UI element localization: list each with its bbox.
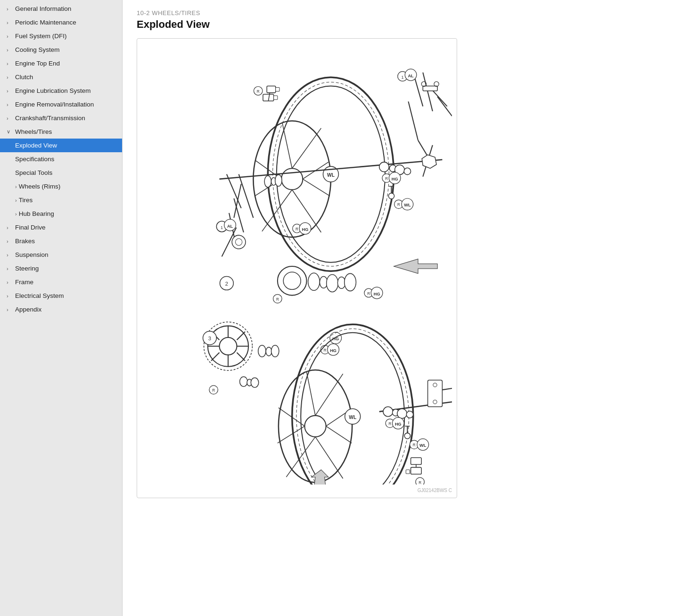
svg-point-24	[404, 168, 410, 174]
svg-text:3: 3	[208, 336, 211, 341]
chevron-right-icon: ›	[15, 211, 17, 217]
svg-point-115	[251, 378, 258, 387]
svg-point-138	[397, 409, 407, 419]
sidebar-item-hub-bearing[interactable]: › Hub Bearing	[0, 207, 122, 221]
chevron-right-icon: ›	[7, 88, 13, 94]
svg-text:AL: AL	[408, 74, 414, 78]
diagram-code: GJ02142BWS C	[142, 488, 452, 493]
chevron-right-icon: ›	[7, 238, 13, 244]
svg-point-104	[271, 345, 279, 357]
sidebar-item-cooling-system[interactable]: › Cooling System	[0, 43, 122, 57]
sidebar-sub-item-label: Exploded View	[15, 142, 57, 149]
svg-rect-154	[406, 470, 410, 474]
sidebar-item-clutch[interactable]: › Clutch	[0, 70, 122, 84]
svg-rect-152	[411, 468, 422, 474]
svg-text:2: 2	[225, 281, 228, 287]
sidebar-item-fuel-system[interactable]: › Fuel System (DFI)	[0, 29, 122, 43]
sidebar-item-label: Final Drive	[15, 224, 46, 231]
sidebar-item-crankshaft[interactable]: › Crankshaft/Transmission	[0, 111, 122, 125]
svg-point-136	[383, 407, 393, 417]
sidebar-item-specifications[interactable]: Specifications	[0, 152, 122, 166]
sidebar-item-wheels-tires[interactable]: ∨ Wheels/Tires	[0, 125, 122, 139]
chevron-right-icon: ›	[7, 307, 13, 312]
svg-rect-51	[276, 88, 279, 91]
svg-point-35	[232, 235, 246, 249]
sidebar-item-tires[interactable]: › Tires	[0, 193, 122, 207]
svg-text:R: R	[212, 388, 215, 393]
svg-text:R: R	[413, 443, 416, 447]
sidebar-item-label: Cooling System	[15, 46, 60, 53]
sidebar-sub-item-label: Hub Bearing	[19, 210, 54, 217]
sidebar-item-final-drive[interactable]: › Final Drive	[0, 221, 122, 234]
sidebar-item-electrical-system[interactable]: › Electrical System	[0, 289, 122, 303]
svg-point-66	[388, 193, 394, 199]
svg-text:1: 1	[402, 75, 404, 80]
section-label: 10-2 WHEELS/TIRES	[137, 9, 667, 16]
sidebar-item-label: Crankshaft/Transmission	[15, 115, 85, 122]
svg-rect-49	[274, 96, 278, 99]
sidebar-item-brakes[interactable]: › Brakes	[0, 234, 122, 248]
page-title: Exploded View	[137, 18, 667, 31]
chevron-right-icon: ›	[7, 47, 13, 53]
svg-text:R: R	[397, 203, 400, 207]
sidebar-item-engine-lubrication[interactable]: › Engine Lubrication System	[0, 84, 122, 98]
sidebar-item-label: Fuel System (DFI)	[15, 33, 67, 40]
chevron-right-icon: ›	[7, 115, 13, 121]
sidebar-item-special-tools[interactable]: Special Tools	[0, 166, 122, 180]
svg-text:WL: WL	[349, 415, 356, 420]
svg-point-139	[406, 411, 413, 418]
sidebar-item-general-information[interactable]: › General Information	[0, 2, 122, 16]
sidebar-item-exploded-view[interactable]: Exploded View	[0, 139, 122, 152]
svg-rect-151	[411, 458, 422, 464]
svg-text:WL: WL	[327, 172, 335, 178]
svg-point-78	[308, 273, 320, 290]
chevron-down-icon: ∨	[7, 129, 13, 135]
sidebar-sub-item-label: Tires	[19, 197, 33, 204]
sidebar-item-engine-top-end[interactable]: › Engine Top End	[0, 57, 122, 70]
chevron-right-icon: ›	[7, 293, 13, 299]
svg-text:AL: AL	[227, 224, 233, 229]
svg-text:R: R	[295, 227, 298, 231]
svg-text:R: R	[324, 348, 327, 353]
svg-text:R: R	[418, 481, 421, 485]
chevron-right-icon: ›	[15, 197, 17, 203]
sidebar-item-appendix[interactable]: › Appendix	[0, 303, 122, 316]
svg-point-47	[275, 175, 282, 187]
svg-point-82	[345, 273, 356, 291]
sidebar-item-label: Steering	[15, 265, 39, 272]
sidebar-item-suspension[interactable]: › Suspension	[0, 248, 122, 262]
svg-text:HG: HG	[330, 348, 336, 353]
sidebar-item-label: Appendix	[15, 306, 41, 313]
svg-text:R: R	[388, 422, 391, 426]
chevron-right-icon: ›	[7, 20, 13, 25]
svg-point-103	[266, 347, 271, 356]
sidebar-sub-item-label: Special Tools	[15, 169, 52, 176]
sidebar-item-label: Engine Removal/Installation	[15, 101, 94, 108]
svg-rect-50	[267, 86, 276, 92]
chevron-right-icon: ›	[7, 74, 13, 80]
svg-text:R: R	[385, 177, 388, 181]
sidebar-sub-item-label: Specifications	[15, 156, 54, 163]
sidebar-item-wheels-rims[interactable]: › Wheels (Rims)	[0, 180, 122, 193]
svg-text:HG: HG	[302, 227, 309, 232]
chevron-right-icon: ›	[7, 252, 13, 258]
chevron-right-icon: ›	[7, 279, 13, 285]
exploded-view-diagram: WL R HG	[142, 43, 452, 485]
main-content: 10-2 WHEELS/TIRES Exploded View	[123, 0, 681, 616]
sidebar-item-steering[interactable]: › Steering	[0, 262, 122, 275]
svg-text:HG: HG	[392, 177, 398, 181]
svg-point-144	[404, 433, 410, 439]
sidebar-item-frame[interactable]: › Frame	[0, 275, 122, 289]
svg-text:R: R	[367, 292, 370, 296]
sidebar-item-label: Electrical System	[15, 292, 64, 299]
sidebar-item-label: Engine Lubrication System	[15, 87, 91, 94]
chevron-right-icon: ›	[7, 266, 13, 271]
sidebar-item-label: Frame	[15, 279, 33, 286]
sidebar-item-label: Brakes	[15, 238, 35, 245]
svg-point-21	[379, 162, 389, 172]
svg-point-45	[264, 176, 271, 188]
svg-text:HG: HG	[374, 292, 380, 296]
diagram-container: WL R HG	[137, 38, 457, 498]
sidebar-item-periodic-maintenance[interactable]: › Periodic Maintenance	[0, 16, 122, 29]
sidebar-item-engine-removal[interactable]: › Engine Removal/Installation	[0, 98, 122, 111]
